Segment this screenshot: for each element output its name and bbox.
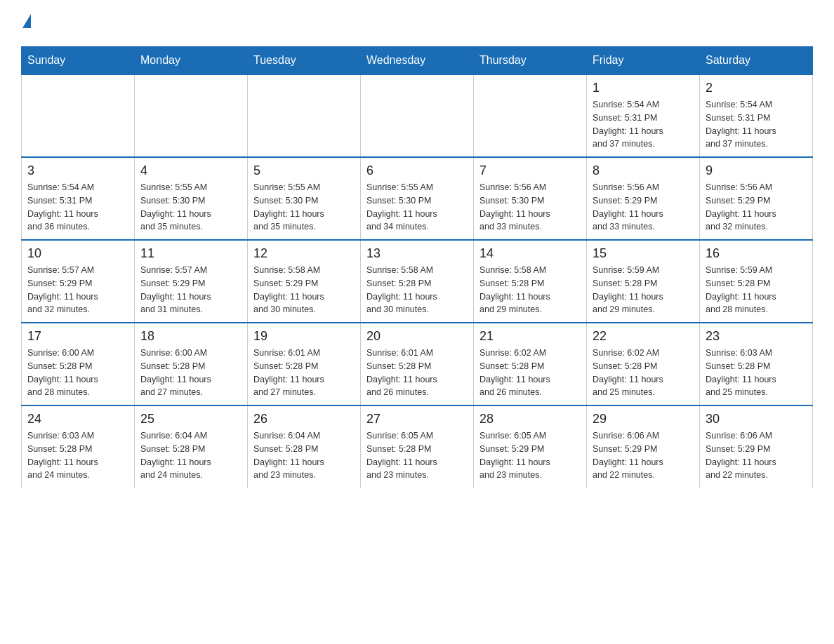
calendar-cell (135, 74, 248, 157)
calendar-cell: 10Sunrise: 5:57 AMSunset: 5:29 PMDayligh… (22, 240, 135, 323)
day-info: Sunrise: 6:00 AMSunset: 5:28 PMDaylight:… (140, 347, 241, 399)
day-number: 23 (706, 329, 807, 344)
calendar-cell: 14Sunrise: 5:58 AMSunset: 5:28 PMDayligh… (474, 240, 587, 323)
day-info: Sunrise: 5:56 AMSunset: 5:29 PMDaylight:… (706, 181, 807, 234)
day-info: Sunrise: 5:59 AMSunset: 5:28 PMDaylight:… (706, 264, 807, 316)
calendar-week-row: 24Sunrise: 6:03 AMSunset: 5:28 PMDayligh… (22, 405, 813, 488)
calendar-cell: 17Sunrise: 6:00 AMSunset: 5:28 PMDayligh… (22, 323, 135, 405)
day-number: 15 (593, 246, 694, 261)
day-info: Sunrise: 6:02 AMSunset: 5:28 PMDaylight:… (479, 347, 581, 399)
day-number: 2 (706, 81, 807, 95)
day-info: Sunrise: 5:55 AMSunset: 5:30 PMDaylight:… (366, 181, 468, 234)
calendar-cell: 1Sunrise: 5:54 AMSunset: 5:31 PMDaylight… (587, 74, 700, 157)
calendar-cell: 29Sunrise: 6:06 AMSunset: 5:29 PMDayligh… (587, 405, 700, 488)
calendar-cell: 3Sunrise: 5:54 AMSunset: 5:31 PMDaylight… (22, 157, 135, 240)
weekday-header-saturday: Saturday (700, 47, 813, 75)
day-number: 3 (27, 163, 128, 178)
calendar-cell (361, 74, 474, 157)
calendar-cell: 11Sunrise: 5:57 AMSunset: 5:29 PMDayligh… (135, 240, 248, 323)
calendar-cell: 5Sunrise: 5:55 AMSunset: 5:30 PMDaylight… (248, 157, 361, 240)
logo-triangle-icon (22, 14, 31, 28)
weekday-header-wednesday: Wednesday (361, 47, 474, 75)
calendar-cell (248, 74, 361, 157)
weekday-header-friday: Friday (587, 47, 700, 75)
day-info: Sunrise: 5:59 AMSunset: 5:28 PMDaylight:… (593, 264, 694, 316)
day-info: Sunrise: 6:06 AMSunset: 5:29 PMDaylight:… (706, 429, 807, 482)
calendar-table: SundayMondayTuesdayWednesdayThursdayFrid… (21, 46, 813, 488)
day-number: 29 (593, 412, 694, 427)
calendar-cell (22, 74, 135, 157)
day-number: 10 (27, 246, 128, 261)
calendar-cell: 2Sunrise: 5:54 AMSunset: 5:31 PMDaylight… (700, 74, 813, 157)
day-info: Sunrise: 5:54 AMSunset: 5:31 PMDaylight:… (706, 98, 807, 151)
day-number: 14 (479, 246, 581, 261)
day-number: 1 (593, 81, 694, 95)
day-info: Sunrise: 6:05 AMSunset: 5:28 PMDaylight:… (366, 429, 468, 482)
day-info: Sunrise: 6:05 AMSunset: 5:29 PMDaylight:… (479, 429, 581, 482)
day-number: 17 (27, 329, 128, 344)
day-number: 13 (366, 246, 468, 261)
calendar-body: 1Sunrise: 5:54 AMSunset: 5:31 PMDaylight… (22, 74, 813, 488)
day-info: Sunrise: 6:01 AMSunset: 5:28 PMDaylight:… (366, 347, 468, 399)
day-number: 22 (593, 329, 694, 344)
day-info: Sunrise: 6:03 AMSunset: 5:28 PMDaylight:… (706, 347, 807, 399)
day-number: 30 (706, 412, 807, 427)
day-number: 27 (366, 412, 468, 427)
day-number: 12 (253, 246, 355, 261)
day-info: Sunrise: 5:54 AMSunset: 5:31 PMDaylight:… (27, 181, 128, 234)
day-info: Sunrise: 5:55 AMSunset: 5:30 PMDaylight:… (140, 181, 241, 234)
calendar-cell: 27Sunrise: 6:05 AMSunset: 5:28 PMDayligh… (361, 405, 474, 488)
day-info: Sunrise: 6:01 AMSunset: 5:28 PMDaylight:… (253, 347, 355, 399)
calendar-cell: 21Sunrise: 6:02 AMSunset: 5:28 PMDayligh… (474, 323, 587, 405)
day-info: Sunrise: 6:00 AMSunset: 5:28 PMDaylight:… (27, 347, 128, 399)
calendar-cell (474, 74, 587, 157)
calendar-cell: 7Sunrise: 5:56 AMSunset: 5:30 PMDaylight… (474, 157, 587, 240)
day-number: 7 (479, 163, 581, 178)
day-info: Sunrise: 5:57 AMSunset: 5:29 PMDaylight:… (140, 264, 241, 316)
day-number: 8 (593, 163, 694, 178)
calendar-cell: 18Sunrise: 6:00 AMSunset: 5:28 PMDayligh… (135, 323, 248, 405)
calendar-cell: 25Sunrise: 6:04 AMSunset: 5:28 PMDayligh… (135, 405, 248, 488)
day-number: 20 (366, 329, 468, 344)
day-info: Sunrise: 6:02 AMSunset: 5:28 PMDaylight:… (593, 347, 694, 399)
weekday-header-row: SundayMondayTuesdayWednesdayThursdayFrid… (22, 47, 813, 75)
calendar-cell: 8Sunrise: 5:56 AMSunset: 5:29 PMDaylight… (587, 157, 700, 240)
logo (21, 14, 31, 32)
calendar-cell: 4Sunrise: 5:55 AMSunset: 5:30 PMDaylight… (135, 157, 248, 240)
calendar-cell: 20Sunrise: 6:01 AMSunset: 5:28 PMDayligh… (361, 323, 474, 405)
calendar-week-row: 1Sunrise: 5:54 AMSunset: 5:31 PMDaylight… (22, 74, 813, 157)
calendar-cell: 15Sunrise: 5:59 AMSunset: 5:28 PMDayligh… (587, 240, 700, 323)
day-info: Sunrise: 5:55 AMSunset: 5:30 PMDaylight:… (253, 181, 355, 234)
calendar-cell: 19Sunrise: 6:01 AMSunset: 5:28 PMDayligh… (248, 323, 361, 405)
day-number: 19 (253, 329, 355, 344)
calendar-week-row: 3Sunrise: 5:54 AMSunset: 5:31 PMDaylight… (22, 157, 813, 240)
day-info: Sunrise: 5:54 AMSunset: 5:31 PMDaylight:… (593, 98, 694, 151)
calendar-cell: 22Sunrise: 6:02 AMSunset: 5:28 PMDayligh… (587, 323, 700, 405)
day-info: Sunrise: 6:04 AMSunset: 5:28 PMDaylight:… (140, 429, 241, 482)
day-number: 25 (140, 412, 241, 427)
day-info: Sunrise: 6:06 AMSunset: 5:29 PMDaylight:… (593, 429, 694, 482)
day-info: Sunrise: 5:58 AMSunset: 5:29 PMDaylight:… (253, 264, 355, 316)
calendar-week-row: 10Sunrise: 5:57 AMSunset: 5:29 PMDayligh… (22, 240, 813, 323)
calendar-week-row: 17Sunrise: 6:00 AMSunset: 5:28 PMDayligh… (22, 323, 813, 405)
day-info: Sunrise: 6:04 AMSunset: 5:28 PMDaylight:… (253, 429, 355, 482)
day-number: 28 (479, 412, 581, 427)
day-info: Sunrise: 6:03 AMSunset: 5:28 PMDaylight:… (27, 429, 128, 482)
day-info: Sunrise: 5:56 AMSunset: 5:29 PMDaylight:… (593, 181, 694, 234)
day-info: Sunrise: 5:56 AMSunset: 5:30 PMDaylight:… (479, 181, 581, 234)
weekday-header-sunday: Sunday (22, 47, 135, 75)
weekday-header-thursday: Thursday (474, 47, 587, 75)
calendar-cell: 26Sunrise: 6:04 AMSunset: 5:28 PMDayligh… (248, 405, 361, 488)
day-number: 5 (253, 163, 355, 178)
calendar-cell: 28Sunrise: 6:05 AMSunset: 5:29 PMDayligh… (474, 405, 587, 488)
day-info: Sunrise: 5:58 AMSunset: 5:28 PMDaylight:… (479, 264, 581, 316)
day-number: 18 (140, 329, 241, 344)
day-info: Sunrise: 5:58 AMSunset: 5:28 PMDaylight:… (366, 264, 468, 316)
calendar-cell: 9Sunrise: 5:56 AMSunset: 5:29 PMDaylight… (700, 157, 813, 240)
page-header (21, 14, 813, 32)
day-number: 16 (706, 246, 807, 261)
calendar-cell: 16Sunrise: 5:59 AMSunset: 5:28 PMDayligh… (700, 240, 813, 323)
day-number: 11 (140, 246, 241, 261)
calendar-cell: 12Sunrise: 5:58 AMSunset: 5:29 PMDayligh… (248, 240, 361, 323)
calendar-cell: 13Sunrise: 5:58 AMSunset: 5:28 PMDayligh… (361, 240, 474, 323)
